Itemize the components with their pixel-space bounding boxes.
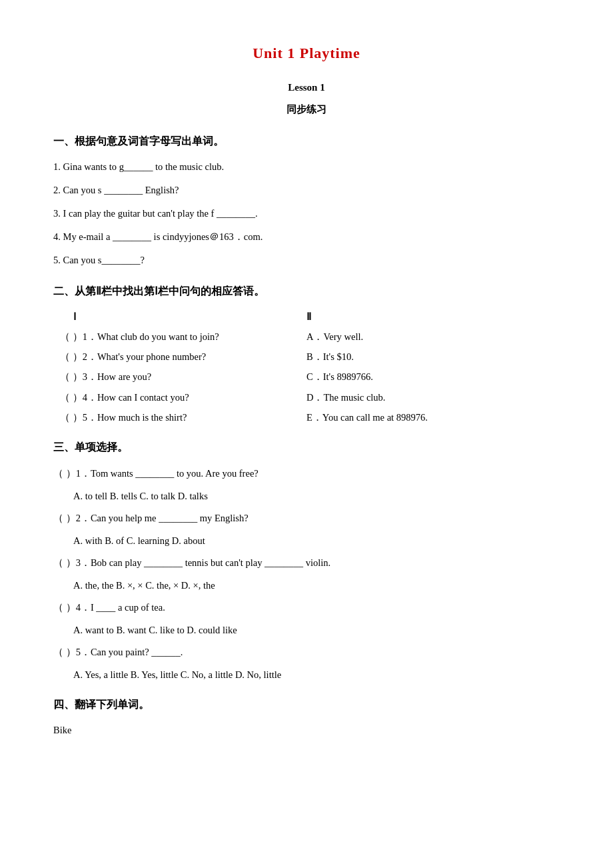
section3-title: 三、单项选择。 xyxy=(53,438,560,457)
page-title: Unit 1 Playtime xyxy=(53,40,560,67)
section4-word: Bike xyxy=(53,721,560,739)
q1-2: 2. Can you s ________ English? xyxy=(53,181,560,200)
mc-q4-stem: （ ）4．I ____ a cup of tea. xyxy=(53,598,560,617)
match-row-3: （ ）3．How are you? C．It's 8989766. xyxy=(53,368,560,385)
col1-header: Ⅰ xyxy=(53,308,306,325)
mc-q5-stem: （ ）5．Can you paint? ______. xyxy=(53,643,560,662)
mc-q3-options: A. the, the B. ×, × C. the, × D. ×, the xyxy=(73,577,560,594)
matching-header: Ⅰ Ⅱ xyxy=(53,308,560,325)
mc-q5-options: A. Yes, a little B. Yes, little C. No, a… xyxy=(73,666,560,683)
matching-rows: （ ）1．What club do you want to join? A．Ve… xyxy=(53,328,560,425)
col2-header: Ⅱ xyxy=(306,308,560,325)
mc-q3-stem: （ ）3．Bob can play ________ tennis but ca… xyxy=(53,553,560,573)
q1-5: 5. Can you s________? xyxy=(53,251,560,270)
match-right-5: E．You can call me at 898976. xyxy=(306,409,560,426)
section4-title: 四、翻译下列单词。 xyxy=(53,695,560,715)
mc-q2-options: A. with B. of C. learning D. about xyxy=(73,532,560,549)
match-right-2: B．It's $10. xyxy=(306,348,560,365)
mc-q4-options: A. want to B. want C. like to D. could l… xyxy=(73,621,560,639)
lesson-label: Lesson 1 xyxy=(53,79,560,97)
q1-3: 3. I can play the guitar but can't play … xyxy=(53,204,560,223)
q1-1: 1. Gina wants to g______ to the music cl… xyxy=(53,157,560,177)
mc-q2-stem: （ ）2．Can you help me ________ my English… xyxy=(53,509,560,528)
sync-practice: 同步练习 xyxy=(53,101,560,119)
mc-q1-options: A. to tell B. tells C. to talk D. talks xyxy=(73,487,560,505)
match-row-5: （ ）5．How much is the shirt? E．You can ca… xyxy=(53,409,560,426)
match-right-1: A．Very well. xyxy=(306,328,560,345)
match-row-1: （ ）1．What club do you want to join? A．Ve… xyxy=(53,328,560,345)
section1-title: 一、根据句意及词首字母写出单词。 xyxy=(53,132,560,151)
match-left-5: （ ）5．How much is the shirt? xyxy=(53,409,306,426)
match-left-3: （ ）3．How are you? xyxy=(53,368,306,385)
match-row-4: （ ）4．How can I contact you? D．The music … xyxy=(53,389,560,406)
q1-4: 4. My e-mail a ________ is cindyyjones＠1… xyxy=(53,227,560,247)
section2-title: 二、从第Ⅱ栏中找出第Ⅰ栏中问句的相应答语。 xyxy=(53,282,560,301)
match-right-4: D．The music club. xyxy=(306,389,560,406)
match-right-3: C．It's 8989766. xyxy=(306,368,560,385)
match-left-4: （ ）4．How can I contact you? xyxy=(53,389,306,406)
match-row-2: （ ）2．What's your phone number? B．It's $1… xyxy=(53,348,560,365)
section3-questions: （ ）1．Tom wants ________ to you. Are you … xyxy=(53,464,560,683)
section1-questions: 1. Gina wants to g______ to the music cl… xyxy=(53,157,560,270)
section4: 四、翻译下列单词。 Bike xyxy=(53,695,560,739)
match-left-1: （ ）1．What club do you want to join? xyxy=(53,328,306,345)
mc-q1-stem: （ ）1．Tom wants ________ to you. Are you … xyxy=(53,464,560,483)
match-left-2: （ ）2．What's your phone number? xyxy=(53,348,306,365)
